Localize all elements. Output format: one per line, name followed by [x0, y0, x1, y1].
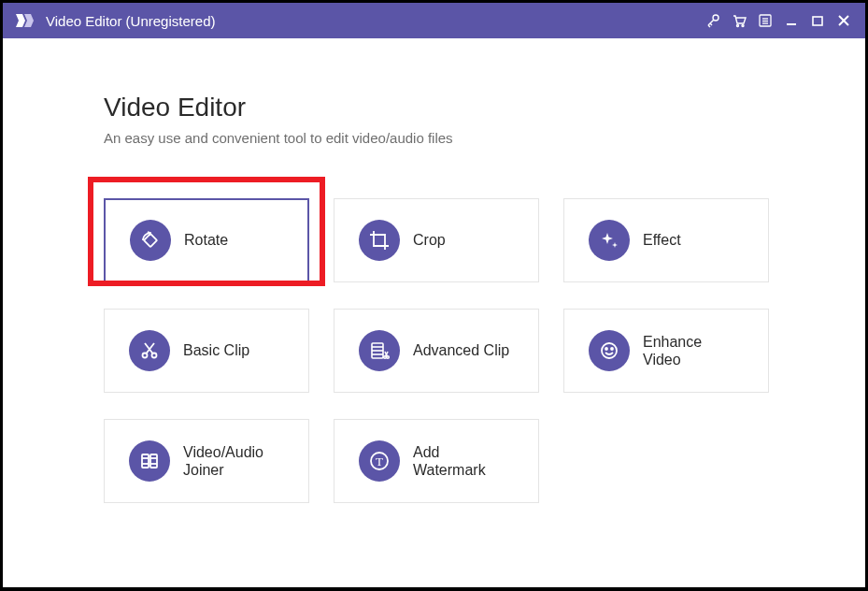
advanced-clip-icon	[359, 330, 400, 371]
cart-icon[interactable]	[727, 8, 751, 33]
window-title: Video Editor (Unregistered)	[46, 13, 699, 29]
crop-icon	[359, 220, 400, 261]
svg-line-2	[708, 25, 710, 27]
svg-point-4	[737, 25, 739, 27]
effect-label: Effect	[643, 231, 681, 249]
app-window: Video Editor (Unregistered) Video Editor…	[3, 3, 865, 587]
key-icon[interactable]	[701, 8, 725, 33]
joiner-tile[interactable]: Video/AudioJoiner	[104, 419, 309, 503]
close-button[interactable]	[832, 8, 856, 33]
app-logo-icon	[14, 12, 36, 29]
joiner-label: Video/AudioJoiner	[183, 443, 263, 479]
rotate-icon	[130, 220, 171, 261]
svg-rect-14	[144, 234, 157, 247]
svg-point-28	[605, 348, 607, 350]
svg-point-15	[143, 353, 148, 358]
rotate-label: Rotate	[184, 231, 228, 249]
svg-rect-31	[150, 454, 157, 468]
svg-line-17	[147, 343, 155, 353]
rotate-tile[interactable]: Rotate	[104, 198, 309, 282]
titlebar: Video Editor (Unregistered)	[3, 3, 865, 38]
enhance-video-label: EnhanceVideo	[643, 333, 702, 368]
page-title: Video Editor	[104, 93, 764, 123]
basic-clip-label: Basic Clip	[183, 341, 249, 359]
effect-tile[interactable]: Effect	[563, 198, 769, 282]
svg-point-27	[602, 343, 617, 358]
joiner-icon	[129, 440, 170, 482]
svg-line-18	[145, 343, 153, 353]
enhance-video-tile[interactable]: EnhanceVideo	[563, 309, 769, 393]
svg-point-29	[611, 348, 613, 350]
svg-rect-11	[813, 17, 822, 25]
crop-label: Crop	[413, 231, 446, 249]
page-subtitle: An easy use and convenient tool to edit …	[104, 130, 764, 146]
minimize-button[interactable]	[779, 8, 804, 33]
advanced-clip-tile[interactable]: Advanced Clip	[334, 309, 539, 393]
watermark-label: AddWatermark	[413, 443, 486, 479]
svg-text:T: T	[376, 454, 383, 468]
basic-clip-tile[interactable]: Basic Clip	[104, 309, 309, 393]
crop-tile[interactable]: Crop	[334, 198, 539, 282]
svg-rect-30	[142, 454, 149, 468]
effect-icon	[589, 220, 630, 261]
watermark-icon: T	[359, 440, 400, 482]
maximize-button[interactable]	[805, 8, 830, 33]
scissors-icon	[129, 330, 170, 371]
enhance-icon	[589, 330, 630, 371]
advanced-clip-label: Advanced Clip	[413, 341, 509, 359]
svg-point-16	[152, 353, 157, 358]
main-content: Video Editor An easy use and convenient …	[3, 38, 865, 587]
watermark-tile[interactable]: T AddWatermark	[334, 419, 539, 503]
svg-point-5	[742, 25, 744, 27]
menu-icon[interactable]	[753, 8, 777, 33]
svg-line-3	[710, 23, 712, 25]
tool-grid: Rotate Crop Effect Basic Clip	[104, 198, 764, 503]
